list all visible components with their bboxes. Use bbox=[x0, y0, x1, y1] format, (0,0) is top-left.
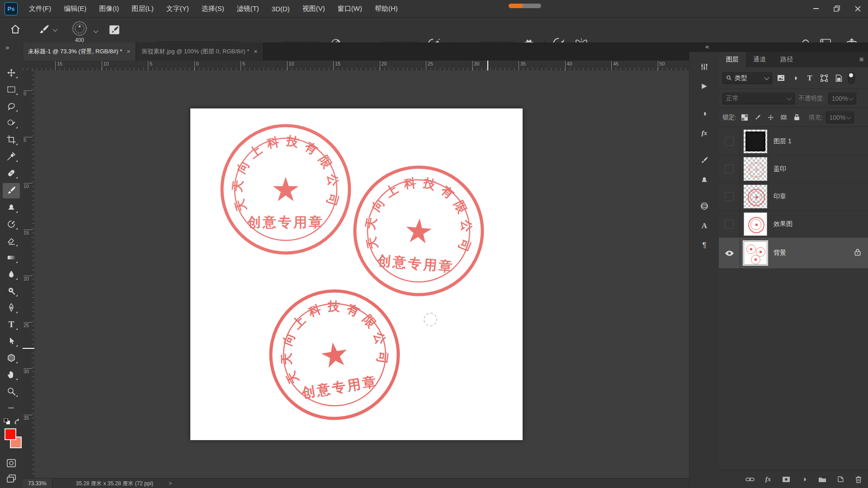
add-mask-button[interactable] bbox=[780, 474, 792, 485]
layer-row-xiaoguotu[interactable]: 效果图 bbox=[719, 210, 868, 238]
menu-window[interactable]: 窗口(W) bbox=[331, 0, 368, 17]
visibility-toggle[interactable] bbox=[719, 127, 740, 155]
layer-name[interactable]: 背景 bbox=[774, 249, 786, 257]
hand-tool[interactable] bbox=[4, 368, 19, 381]
zoom-tool[interactable] bbox=[4, 385, 19, 398]
crop-tool[interactable] bbox=[4, 133, 19, 146]
link-layers-button[interactable] bbox=[744, 474, 756, 485]
clone-source-panel-button[interactable] bbox=[697, 173, 712, 187]
layer-opacity-input[interactable]: 100% bbox=[828, 93, 856, 104]
default-colors-button[interactable] bbox=[4, 418, 11, 427]
document-canvas[interactable]: 天天向上科技有限公司 ★ 创意专用章 天天向上科技有限公司 ★ 创意专用章 天天… bbox=[190, 108, 523, 440]
tab-channels[interactable]: 通道 bbox=[746, 52, 773, 67]
layer-name[interactable]: 效果图 bbox=[774, 220, 793, 228]
filter-type-select[interactable]: 类型 bbox=[722, 72, 772, 84]
menu-filter[interactable]: 滤镜(T) bbox=[231, 0, 265, 17]
menu-help[interactable]: 帮助(H) bbox=[368, 0, 404, 17]
object-selection-tool[interactable] bbox=[4, 116, 19, 130]
eraser-tool[interactable] bbox=[4, 234, 19, 248]
dodge-tool[interactable] bbox=[4, 284, 19, 298]
layer-thumbnail[interactable] bbox=[744, 185, 767, 208]
panel-menu-button[interactable]: ≡ bbox=[855, 52, 868, 67]
blur-tool[interactable] bbox=[4, 267, 19, 281]
character-panel-button[interactable]: A bbox=[697, 219, 712, 233]
lock-image-button[interactable] bbox=[753, 112, 763, 123]
menu-type[interactable]: 文字(Y) bbox=[160, 0, 195, 17]
paragraph-panel-button[interactable]: ¶ bbox=[697, 239, 712, 252]
menu-edit[interactable]: 编辑(E) bbox=[57, 0, 93, 17]
brush-settings-panel-button[interactable] bbox=[697, 154, 712, 167]
brush-tool[interactable] bbox=[3, 183, 20, 198]
lock-artboard-button[interactable] bbox=[779, 112, 789, 123]
menu-layer[interactable]: 图层(L) bbox=[125, 0, 160, 17]
lock-all-button[interactable] bbox=[792, 112, 802, 123]
quick-mask-button[interactable] bbox=[4, 456, 19, 470]
shape-tool[interactable] bbox=[4, 351, 19, 365]
layer-row-tucheng1[interactable]: 图层 1 bbox=[719, 127, 868, 155]
add-adjustment-layer-button[interactable]: ◑ bbox=[798, 474, 810, 485]
filter-toggle-switch[interactable] bbox=[848, 72, 855, 84]
layer-thumbnail[interactable] bbox=[744, 157, 767, 181]
edit-toolbar-button[interactable]: ••• bbox=[4, 401, 19, 415]
collapse-panels-icon[interactable]: « bbox=[705, 42, 709, 50]
brush-tool-indicator[interactable] bbox=[38, 24, 57, 36]
visibility-toggle[interactable] bbox=[719, 210, 740, 238]
adjustments-panel-button[interactable]: ◑ bbox=[697, 107, 712, 120]
layer-row-yinzhang[interactable]: 印章 bbox=[719, 183, 868, 211]
brush-preset-picker[interactable]: ★ 400 bbox=[71, 20, 88, 43]
home-button[interactable] bbox=[10, 24, 21, 37]
filter-smart-objects-button[interactable] bbox=[833, 73, 844, 84]
clone-stamp-tool[interactable] bbox=[4, 201, 19, 214]
canvas-pasteboard[interactable]: 天天向上科技有限公司 ★ 创意专用章 天天向上科技有限公司 ★ 创意专用章 天天… bbox=[34, 70, 689, 478]
status-chevron-icon[interactable]: > bbox=[169, 480, 172, 487]
screen-mode-button[interactable] bbox=[4, 472, 19, 485]
swap-colors-button[interactable] bbox=[14, 418, 21, 427]
spot-healing-brush-tool[interactable] bbox=[4, 166, 19, 180]
layer-thumbnail[interactable] bbox=[744, 241, 767, 265]
layer-blend-mode-select[interactable]: 正常 bbox=[722, 93, 795, 104]
menu-view[interactable]: 视图(V) bbox=[296, 0, 331, 17]
tab-untitled-1[interactable]: 未标题-1 @ 73.3% (背景, RGB/8#) * × bbox=[23, 42, 136, 61]
tab-banbo-sucai[interactable]: 斑驳素材.jpg @ 100% (图层 0, RGB/8#) * × bbox=[136, 42, 263, 61]
layer-thumbnail[interactable] bbox=[744, 130, 767, 153]
menu-3d[interactable]: 3D(D) bbox=[265, 0, 296, 17]
expand-toolbar-icon[interactable]: » bbox=[5, 43, 9, 51]
properties-panel-button[interactable] bbox=[697, 60, 712, 74]
menu-file[interactable]: 文件(F) bbox=[23, 0, 57, 17]
3d-panel-button[interactable] bbox=[697, 199, 712, 213]
layer-style-button[interactable]: fx bbox=[762, 474, 774, 485]
menu-image[interactable]: 图像(I) bbox=[93, 0, 125, 17]
foreground-color-swatch[interactable] bbox=[5, 428, 16, 440]
actions-panel-button[interactable]: ▶ bbox=[697, 79, 712, 93]
rectangular-marquee-tool[interactable] bbox=[4, 83, 19, 96]
type-tool[interactable]: T bbox=[4, 318, 19, 331]
filter-adjustment-layers-button[interactable]: ◑ bbox=[789, 73, 801, 84]
lock-position-button[interactable] bbox=[766, 112, 776, 123]
toggle-brush-panel-button[interactable] bbox=[108, 24, 120, 38]
tab-layers[interactable]: 图层 bbox=[719, 52, 746, 67]
layer-name[interactable]: 图层 1 bbox=[774, 137, 792, 145]
pen-tool[interactable] bbox=[4, 301, 19, 314]
lock-transparent-button[interactable] bbox=[740, 112, 750, 123]
gradient-tool[interactable] bbox=[4, 251, 19, 264]
filter-pixel-layers-button[interactable] bbox=[775, 73, 787, 84]
new-group-button[interactable] bbox=[816, 474, 828, 485]
filter-type-layers-button[interactable]: T bbox=[804, 73, 816, 84]
layer-thumbnail[interactable] bbox=[744, 212, 767, 236]
visibility-toggle[interactable] bbox=[719, 183, 740, 210]
layer-name[interactable]: 盖印 bbox=[774, 165, 786, 173]
photoshop-logo[interactable]: Ps bbox=[5, 2, 18, 15]
tab-close-icon[interactable]: × bbox=[254, 48, 257, 55]
minimize-button[interactable] bbox=[806, 0, 826, 17]
path-selection-tool[interactable] bbox=[4, 334, 19, 348]
visibility-toggle[interactable] bbox=[719, 238, 740, 268]
menu-select[interactable]: 选择(S) bbox=[195, 0, 231, 17]
history-brush-tool[interactable] bbox=[4, 217, 19, 231]
move-tool[interactable] bbox=[4, 66, 19, 80]
delete-layer-button[interactable] bbox=[853, 474, 864, 485]
layer-row-gaiyin[interactable]: 盖印 bbox=[719, 155, 868, 183]
layer-name[interactable]: 印章 bbox=[774, 192, 786, 201]
layer-row-background[interactable]: 背景 bbox=[719, 238, 868, 269]
zoom-level-field[interactable]: 73.33% bbox=[23, 479, 52, 488]
styles-panel-button[interactable]: fx bbox=[697, 126, 712, 140]
